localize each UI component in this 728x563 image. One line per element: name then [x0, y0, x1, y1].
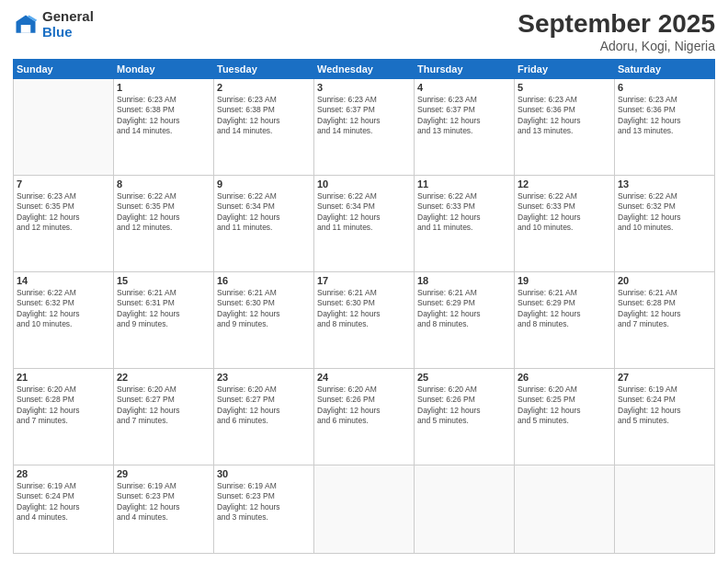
header: General Blue September 2025 Adoru, Kogi,…: [13, 9, 715, 53]
calendar-cell: 13Sunrise: 6:22 AM Sunset: 6:32 PM Dayli…: [615, 175, 715, 271]
day-info: Sunrise: 6:23 AM Sunset: 6:38 PM Dayligh…: [217, 95, 311, 137]
calendar-cell: 25Sunrise: 6:20 AM Sunset: 6:26 PM Dayli…: [415, 368, 515, 465]
day-info: Sunrise: 6:21 AM Sunset: 6:29 PM Dayligh…: [417, 288, 511, 330]
calendar-cell: 26Sunrise: 6:20 AM Sunset: 6:25 PM Dayli…: [515, 368, 615, 465]
calendar-week-row: 14Sunrise: 6:22 AM Sunset: 6:32 PM Dayli…: [14, 271, 715, 368]
col-header-saturday: Saturday: [615, 60, 715, 79]
calendar-cell: 14Sunrise: 6:22 AM Sunset: 6:32 PM Dayli…: [14, 271, 114, 368]
calendar-cell: 28Sunrise: 6:19 AM Sunset: 6:24 PM Dayli…: [14, 465, 114, 553]
day-info: Sunrise: 6:22 AM Sunset: 6:32 PM Dayligh…: [17, 288, 110, 330]
day-info: Sunrise: 6:22 AM Sunset: 6:34 PM Dayligh…: [317, 191, 411, 234]
day-info: Sunrise: 6:19 AM Sunset: 6:23 PM Dayligh…: [217, 481, 311, 523]
day-number: 15: [117, 275, 210, 286]
day-number: 1: [117, 82, 210, 93]
svg-rect-2: [21, 25, 31, 33]
day-info: Sunrise: 6:21 AM Sunset: 6:29 PM Dayligh…: [518, 288, 611, 330]
col-header-sunday: Sunday: [14, 60, 114, 79]
col-header-monday: Monday: [114, 60, 214, 79]
calendar-cell: [314, 465, 415, 553]
day-number: 20: [618, 275, 711, 286]
calendar-cell: 18Sunrise: 6:21 AM Sunset: 6:29 PM Dayli…: [415, 271, 515, 368]
day-number: 25: [417, 372, 511, 383]
day-number: 10: [317, 178, 411, 190]
day-number: 26: [518, 372, 611, 383]
day-number: 22: [117, 372, 210, 383]
day-number: 14: [17, 275, 110, 286]
calendar-week-row: 21Sunrise: 6:20 AM Sunset: 6:28 PM Dayli…: [14, 368, 715, 465]
calendar-cell: 12Sunrise: 6:22 AM Sunset: 6:33 PM Dayli…: [515, 175, 615, 271]
day-number: 30: [217, 468, 311, 479]
day-number: 21: [17, 372, 110, 383]
month-title: September 2025: [518, 9, 715, 39]
calendar-cell: 7Sunrise: 6:23 AM Sunset: 6:35 PM Daylig…: [14, 175, 114, 271]
day-info: Sunrise: 6:23 AM Sunset: 6:35 PM Dayligh…: [17, 191, 110, 234]
day-number: 29: [117, 468, 210, 479]
day-number: 3: [317, 82, 411, 93]
day-info: Sunrise: 6:20 AM Sunset: 6:26 PM Dayligh…: [317, 385, 411, 427]
col-header-tuesday: Tuesday: [214, 60, 314, 79]
calendar-week-row: 28Sunrise: 6:19 AM Sunset: 6:24 PM Dayli…: [14, 465, 715, 553]
day-number: 16: [217, 275, 311, 286]
calendar-cell: 23Sunrise: 6:20 AM Sunset: 6:27 PM Dayli…: [214, 368, 314, 465]
calendar-cell: [615, 465, 715, 553]
day-info: Sunrise: 6:23 AM Sunset: 6:37 PM Dayligh…: [417, 95, 511, 137]
calendar-week-row: 1Sunrise: 6:23 AM Sunset: 6:38 PM Daylig…: [14, 79, 715, 176]
calendar-cell: [14, 79, 114, 176]
calendar-cell: 3Sunrise: 6:23 AM Sunset: 6:37 PM Daylig…: [314, 79, 415, 176]
calendar-header-row: SundayMondayTuesdayWednesdayThursdayFrid…: [14, 60, 715, 79]
day-info: Sunrise: 6:20 AM Sunset: 6:26 PM Dayligh…: [417, 385, 511, 427]
calendar-cell: 16Sunrise: 6:21 AM Sunset: 6:30 PM Dayli…: [214, 271, 314, 368]
col-header-thursday: Thursday: [415, 60, 515, 79]
day-number: 28: [17, 468, 110, 479]
logo-text: General Blue: [42, 9, 94, 40]
logo-blue: Blue: [42, 25, 94, 40]
day-info: Sunrise: 6:20 AM Sunset: 6:25 PM Dayligh…: [518, 385, 611, 427]
day-number: 12: [518, 178, 611, 190]
day-number: 11: [417, 178, 511, 190]
day-number: 23: [217, 372, 311, 383]
calendar-cell: 8Sunrise: 6:22 AM Sunset: 6:35 PM Daylig…: [114, 175, 214, 271]
calendar-cell: 9Sunrise: 6:22 AM Sunset: 6:34 PM Daylig…: [214, 175, 314, 271]
day-number: 9: [217, 178, 311, 190]
calendar-cell: 21Sunrise: 6:20 AM Sunset: 6:28 PM Dayli…: [14, 368, 114, 465]
logo-general: General: [42, 9, 94, 25]
day-number: 17: [317, 275, 411, 286]
calendar-cell: 4Sunrise: 6:23 AM Sunset: 6:37 PM Daylig…: [415, 79, 515, 176]
col-header-wednesday: Wednesday: [314, 60, 415, 79]
calendar-cell: 29Sunrise: 6:19 AM Sunset: 6:23 PM Dayli…: [114, 465, 214, 553]
col-header-friday: Friday: [515, 60, 615, 79]
day-number: 24: [317, 372, 411, 383]
day-info: Sunrise: 6:23 AM Sunset: 6:36 PM Dayligh…: [618, 95, 711, 137]
page: General Blue September 2025 Adoru, Kogi,…: [0, 0, 728, 563]
day-info: Sunrise: 6:22 AM Sunset: 6:33 PM Dayligh…: [417, 191, 511, 234]
calendar-cell: 22Sunrise: 6:20 AM Sunset: 6:27 PM Dayli…: [114, 368, 214, 465]
day-number: 19: [518, 275, 611, 286]
calendar-table: SundayMondayTuesdayWednesdayThursdayFrid…: [13, 59, 715, 554]
calendar-cell: 27Sunrise: 6:19 AM Sunset: 6:24 PM Dayli…: [615, 368, 715, 465]
day-info: Sunrise: 6:19 AM Sunset: 6:24 PM Dayligh…: [17, 481, 110, 523]
calendar-cell: [415, 465, 515, 553]
calendar-cell: 24Sunrise: 6:20 AM Sunset: 6:26 PM Dayli…: [314, 368, 415, 465]
day-info: Sunrise: 6:19 AM Sunset: 6:24 PM Dayligh…: [618, 385, 711, 427]
calendar-cell: 1Sunrise: 6:23 AM Sunset: 6:38 PM Daylig…: [114, 79, 214, 176]
day-info: Sunrise: 6:20 AM Sunset: 6:27 PM Dayligh…: [117, 385, 210, 427]
calendar-cell: 17Sunrise: 6:21 AM Sunset: 6:30 PM Dayli…: [314, 271, 415, 368]
day-info: Sunrise: 6:22 AM Sunset: 6:34 PM Dayligh…: [217, 191, 311, 234]
logo-icon: [13, 12, 39, 38]
location: Adoru, Kogi, Nigeria: [518, 39, 715, 53]
calendar-cell: 5Sunrise: 6:23 AM Sunset: 6:36 PM Daylig…: [515, 79, 615, 176]
title-block: September 2025 Adoru, Kogi, Nigeria: [518, 9, 715, 53]
day-info: Sunrise: 6:20 AM Sunset: 6:28 PM Dayligh…: [17, 385, 110, 427]
day-info: Sunrise: 6:22 AM Sunset: 6:35 PM Dayligh…: [117, 191, 210, 234]
day-number: 8: [117, 178, 210, 190]
calendar-cell: 30Sunrise: 6:19 AM Sunset: 6:23 PM Dayli…: [214, 465, 314, 553]
day-info: Sunrise: 6:19 AM Sunset: 6:23 PM Dayligh…: [117, 481, 210, 523]
day-number: 13: [618, 178, 711, 190]
day-number: 7: [17, 178, 110, 190]
logo: General Blue: [13, 9, 94, 40]
day-number: 5: [518, 82, 611, 93]
day-info: Sunrise: 6:21 AM Sunset: 6:30 PM Dayligh…: [317, 288, 411, 330]
calendar-cell: 11Sunrise: 6:22 AM Sunset: 6:33 PM Dayli…: [415, 175, 515, 271]
calendar-week-row: 7Sunrise: 6:23 AM Sunset: 6:35 PM Daylig…: [14, 175, 715, 271]
day-number: 6: [618, 82, 711, 93]
